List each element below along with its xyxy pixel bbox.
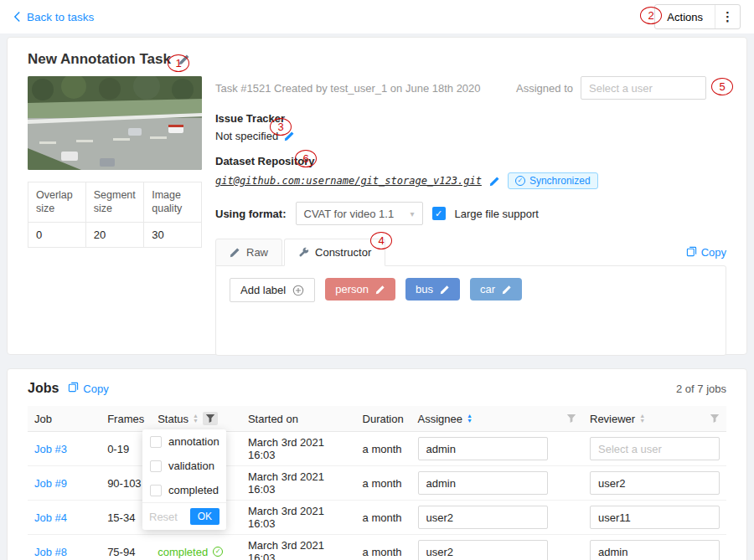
job-link[interactable]: Job #4 (34, 511, 67, 524)
jobs-copy-button[interactable]: Copy (68, 382, 108, 395)
column-started: Started on (241, 406, 356, 432)
label-chip-car[interactable]: car (470, 278, 522, 301)
table-row: Job #8 75-94 completed ✓ March 3rd 2021 … (28, 535, 726, 560)
status-filter-dropdown: annotation validation completed Reset OK (142, 429, 226, 530)
duration-cell: a month (356, 432, 411, 466)
table-row: Job #4 15-34 March 3rd 2021 16:03 a mont… (28, 501, 726, 535)
job-link[interactable]: Job #9 (34, 477, 67, 490)
table-row: Job #9 90-103 March 3rd 2021 16:03 a mon… (28, 466, 726, 501)
annotation-circle-3: 3 (270, 118, 292, 136)
labels-copy-label: Copy (701, 246, 726, 259)
annotation-circle-5: 5 (711, 78, 733, 95)
job-link[interactable]: Job #3 (34, 443, 67, 455)
reviewer-filter-icon[interactable] (710, 414, 720, 424)
labels-copy-button[interactable]: Copy (686, 246, 726, 259)
task-parameters-table: Overlap size Segment size Image quality … (28, 182, 202, 248)
assignee-input[interactable] (418, 471, 548, 495)
filter-option-label: completed (168, 484, 219, 496)
checkbox-icon[interactable] (150, 485, 162, 496)
dataset-repository-url: git@github.com:username/git_storage_v123… (215, 175, 482, 187)
format-select[interactable]: CVAT for video 1.1 ▾ (296, 202, 423, 225)
filter-option-completed[interactable]: completed (142, 478, 226, 502)
task-preview-image (28, 76, 202, 170)
annotation-circle-4: 4 (370, 232, 392, 249)
actions-menu-button[interactable]: ⋮ (715, 5, 740, 28)
edit-label-icon[interactable] (375, 285, 385, 295)
plus-circle-icon (292, 285, 304, 296)
label-chip-bus[interactable]: bus (405, 278, 460, 301)
duration-cell: a month (356, 466, 411, 501)
checkbox-icon[interactable] (150, 460, 162, 472)
edit-repository-icon[interactable] (489, 176, 500, 187)
param-value-segment: 20 (85, 222, 143, 247)
duration-cell: a month (356, 535, 411, 560)
assignee-input[interactable] (418, 506, 548, 529)
column-status[interactable]: Status ▲▼ (151, 406, 241, 432)
sync-status-badge: ✓ Synchronized (508, 172, 598, 189)
reviewer-input[interactable] (590, 437, 720, 460)
param-header-segment: Segment size (85, 182, 143, 223)
edit-label-icon[interactable] (502, 285, 512, 295)
status-cell: completed ✓ (158, 546, 223, 558)
filter-ok-button[interactable]: OK (190, 508, 219, 525)
copy-icon (686, 246, 697, 259)
assignee-filter-icon[interactable] (566, 414, 576, 424)
column-assignee[interactable]: Assignee ▲▼ (411, 406, 583, 432)
chevron-left-icon (13, 11, 21, 23)
wrench-icon (298, 247, 309, 258)
jobs-count: 2 of 7 jobs (676, 383, 726, 395)
reviewer-input[interactable] (590, 506, 720, 529)
labels-editor: Raw Constructor Copy (215, 239, 726, 356)
kebab-icon: ⋮ (721, 9, 734, 24)
tab-raw[interactable]: Raw (215, 239, 282, 266)
add-label-button[interactable]: Add label (230, 278, 315, 302)
dataset-repository-label: Dataset Repository (215, 155, 726, 167)
reviewer-input[interactable] (590, 540, 720, 560)
filter-reset-button[interactable]: Reset (149, 511, 178, 523)
large-file-checkbox[interactable]: ✓ (432, 207, 446, 220)
sort-icon[interactable]: ▲▼ (639, 414, 645, 424)
assigned-to-label: Assigned to (516, 82, 573, 95)
pencil-icon (230, 247, 240, 258)
jobs-title: Jobs (28, 381, 59, 396)
back-to-tasks-link[interactable]: Back to tasks (13, 11, 94, 23)
actions-button[interactable]: Actions (655, 5, 715, 28)
sort-icon[interactable]: ▲▼ (467, 414, 473, 424)
checkbox-icon[interactable] (150, 436, 162, 448)
filter-option-annotation[interactable]: annotation (142, 429, 226, 454)
add-label-text: Add label (240, 284, 286, 296)
started-cell: March 3rd 2021 16:03 (241, 432, 356, 466)
jobs-copy-label: Copy (83, 383, 108, 395)
label-chip-person[interactable]: person (325, 278, 395, 301)
param-header-quality: Image quality (144, 182, 202, 223)
status-filter-icon[interactable] (203, 412, 218, 425)
edit-label-icon[interactable] (440, 285, 450, 295)
sort-icon[interactable]: ▲▼ (193, 414, 199, 424)
tab-raw-label: Raw (246, 246, 268, 259)
assignee-input[interactable] (418, 540, 548, 560)
chevron-down-icon: ▾ (410, 209, 414, 218)
label-chip-person-name: person (335, 283, 369, 295)
column-job: Job (28, 406, 101, 432)
job-link[interactable]: Job #8 (34, 546, 67, 558)
filter-option-validation[interactable]: validation (142, 454, 226, 478)
task-meta-text: Task #1521 Created by test_user_1 on Jun… (215, 82, 481, 95)
large-file-label: Large file support (455, 208, 539, 220)
filter-option-label: validation (168, 460, 214, 472)
check-circle-icon: ✓ (213, 547, 223, 557)
issue-tracker-value: Not specified (215, 130, 278, 142)
param-value-overlap: 0 (28, 222, 86, 247)
column-duration: Duration (356, 406, 411, 432)
column-reviewer[interactable]: Reviewer ▲▼ (583, 406, 726, 432)
assigned-to-input[interactable] (581, 76, 706, 100)
assignee-input[interactable] (418, 437, 548, 460)
back-to-tasks-label: Back to tasks (27, 11, 94, 23)
table-row: Job #3 0-19 March 3rd 2021 16:03 a month (28, 432, 726, 466)
param-value-quality: 30 (144, 222, 202, 247)
frames-cell: 75-94 (101, 535, 151, 560)
annotation-circle-2: 2 (640, 7, 662, 24)
filter-option-label: annotation (168, 435, 219, 448)
format-select-value: CVAT for video 1.1 (304, 208, 395, 220)
jobs-card: Jobs Copy 2 of 7 jobs Job Frames Status … (7, 368, 747, 560)
reviewer-input[interactable] (590, 471, 720, 495)
